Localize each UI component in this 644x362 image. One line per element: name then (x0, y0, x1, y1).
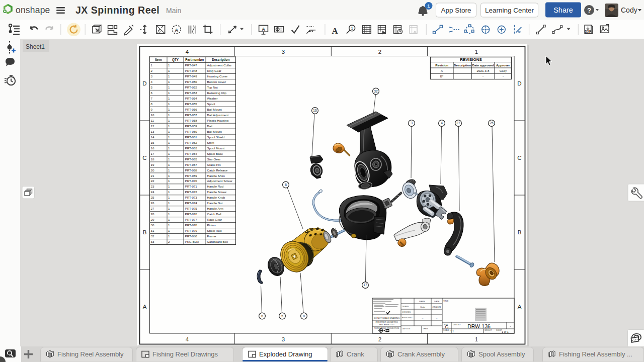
svg-text:5: 5 (281, 314, 283, 318)
svg-text:Catch Ball: Catch Ball (207, 212, 221, 216)
svg-text:25: 25 (490, 121, 494, 125)
svg-text:1: 1 (168, 63, 170, 67)
svg-text:Spool Base: Spool Base (207, 152, 223, 155)
svg-text:PRT-055: PRT-055 (185, 102, 198, 106)
svg-text:31: 31 (151, 229, 154, 232)
svg-text:6: 6 (261, 314, 263, 318)
svg-text:B*: B* (440, 74, 444, 78)
svg-text:REVISIONS: REVISIONS (460, 57, 482, 62)
svg-text:1: 1 (168, 223, 170, 227)
svg-text:PRT-073: PRT-073 (185, 196, 198, 199)
svg-text:PRT-056: PRT-056 (185, 108, 198, 111)
svg-text:1: 1 (168, 74, 170, 78)
svg-text:NAME: NAME (419, 300, 425, 303)
svg-text:PRT-072: PRT-072 (185, 190, 198, 194)
svg-text:CHECKED: CHECKED (402, 311, 411, 313)
svg-text:App Store: App Store (441, 7, 471, 14)
svg-text:16: 16 (313, 109, 317, 112)
svg-text:26: 26 (151, 201, 154, 205)
svg-text:13: 13 (151, 130, 154, 133)
svg-text:32: 32 (374, 89, 378, 93)
svg-text:PRT-050: PRT-050 (185, 80, 198, 83)
svg-text:A: A (518, 304, 522, 310)
svg-text:Washer: Washer (207, 97, 218, 100)
svg-text:-: - (482, 74, 484, 78)
svg-text:Learning Center: Learning Center (485, 7, 534, 14)
svg-text:DRAWN: DRAWN (402, 306, 409, 308)
svg-text:Revision: Revision (435, 63, 448, 67)
svg-text:C: C (517, 155, 521, 161)
svg-text:27: 27 (456, 121, 460, 125)
svg-text:2: 2 (151, 69, 153, 72)
svg-text:Handle Rod: Handle Rod (207, 185, 224, 188)
svg-text:1 of 1: 1 of 1 (502, 330, 509, 333)
svg-text:Catch Release: Catch Release (207, 168, 228, 172)
svg-text:PRT-071: PRT-071 (185, 185, 198, 188)
svg-text:Ring Gear: Ring Gear (207, 69, 221, 72)
svg-text:1: 1 (168, 102, 170, 106)
svg-text:1: 1 (168, 234, 170, 238)
svg-text:PRT-058: PRT-058 (185, 119, 198, 122)
svg-text:APPROVED: APPROVED (402, 317, 412, 319)
svg-text:1: 1 (151, 63, 153, 67)
svg-text:PRT-049: PRT-049 (185, 74, 198, 78)
svg-text:4: 4 (441, 121, 443, 125)
svg-text:1: 1 (168, 174, 170, 177)
svg-text:1: 1 (168, 196, 170, 199)
svg-text:14: 14 (151, 135, 154, 139)
svg-text:Description: Description (212, 58, 229, 62)
svg-text:Handle Arm: Handle Arm (207, 207, 223, 210)
svg-text:8: 8 (303, 314, 305, 318)
svg-text:DRW-136: DRW-136 (467, 323, 491, 329)
svg-text:1: 1 (168, 80, 170, 83)
svg-text:1: 1 (168, 124, 170, 128)
svg-text:PRT-078: PRT-078 (185, 223, 198, 227)
svg-text:DXF: DXF (585, 30, 591, 33)
svg-text:Part number: Part number (185, 58, 204, 61)
svg-text:DATE: DATE (434, 300, 440, 303)
svg-text:7: 7 (151, 97, 153, 100)
svg-text:1:1: 1:1 (450, 330, 454, 333)
svg-text:Handle Knob: Handle Knob (207, 196, 225, 199)
svg-text:PRT-075: PRT-075 (185, 207, 198, 210)
svg-text:Adjustment Collar: Adjustment Collar (207, 63, 232, 67)
svg-text:DO NOT SCALE DRAWING: DO NOT SCALE DRAWING (374, 317, 399, 319)
svg-text:1: 1 (168, 113, 170, 117)
svg-text:Date approved: Date approved (472, 63, 494, 67)
svg-text:JX Spinning Reel: JX Spinning Reel (75, 5, 159, 16)
svg-text:10: 10 (151, 113, 154, 117)
svg-text:PRT-077: PRT-077 (185, 218, 198, 221)
svg-text:TITLE: TITLE (443, 300, 449, 302)
svg-text:Description: Description (454, 63, 471, 67)
svg-text:Adjustment Screw: Adjustment Screw (207, 179, 232, 183)
svg-text:22: 22 (151, 179, 154, 183)
svg-text:PRT-067: PRT-067 (185, 163, 198, 166)
svg-text:1: 1 (168, 190, 170, 194)
svg-text:Bottom Cover: Bottom Cover (207, 80, 226, 83)
svg-text:Pinion: Pinion (207, 223, 216, 227)
svg-text:C: C (445, 324, 449, 329)
svg-text:27: 27 (151, 207, 154, 210)
svg-text:CAPTION: CAPTION (402, 328, 410, 330)
svg-text:2: 2 (378, 49, 381, 55)
svg-text:Housing Cover: Housing Cover (207, 74, 228, 78)
svg-text:PRT-069: PRT-069 (185, 174, 198, 177)
svg-text:1: 1 (168, 212, 170, 216)
svg-text:PRT-047: PRT-047 (185, 63, 198, 67)
svg-text:Main: Main (166, 7, 181, 15)
svg-text:Item: Item (155, 58, 162, 61)
svg-text:21: 21 (151, 174, 154, 177)
svg-text:Cody: Cody (420, 306, 426, 308)
svg-text:12: 12 (151, 124, 154, 128)
svg-text:PRT-062: PRT-062 (185, 141, 198, 144)
svg-text:4: 4 (151, 80, 153, 83)
svg-text:Handle Nut: Handle Nut (207, 201, 223, 205)
svg-text:1: 1 (168, 179, 170, 183)
svg-text:DWG NO: DWG NO (453, 324, 460, 326)
svg-text:PRT-061: PRT-061 (185, 135, 198, 139)
svg-text:-: - (503, 74, 504, 78)
svg-text:Cody: Cody (500, 69, 507, 72)
svg-text:PRT-064: PRT-064 (185, 152, 198, 155)
svg-text:1: 1 (168, 108, 170, 111)
svg-text:Spool Mount: Spool Mount (207, 146, 225, 150)
